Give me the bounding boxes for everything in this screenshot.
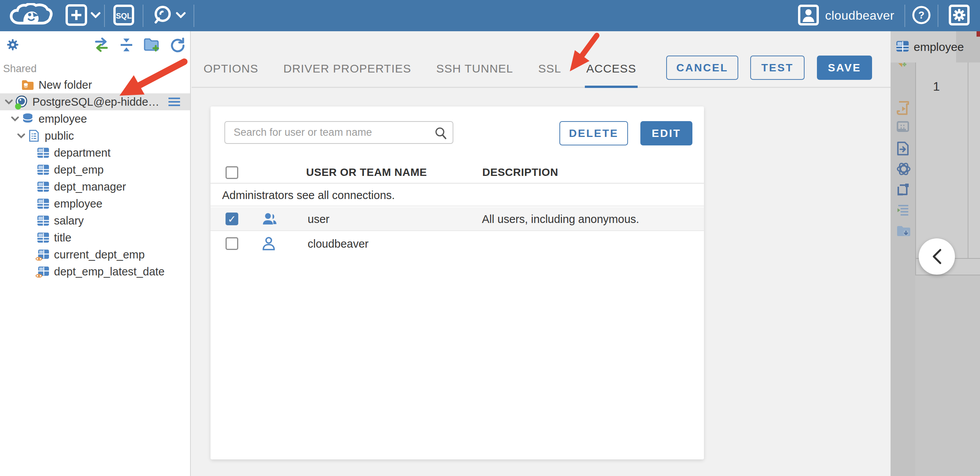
new-connection-button[interactable] bbox=[62, 0, 104, 31]
row-checkbox-checked[interactable]: ✓ bbox=[226, 213, 238, 225]
row-description: All users, including anonymous. bbox=[482, 213, 639, 226]
tree-item-table-employee[interactable]: employee bbox=[0, 195, 190, 212]
connection-editor: OPTIONS DRIVER PROPERTIES SSH TUNNEL SSL… bbox=[192, 31, 891, 476]
table-row-cloudbeaver[interactable]: cloudbeaver bbox=[210, 232, 704, 256]
tree-item-database-employee[interactable]: employee bbox=[0, 110, 190, 127]
collapse-all-button[interactable] bbox=[118, 37, 135, 54]
data-grid[interactable] bbox=[915, 62, 980, 258]
tree-item-table-department[interactable]: department bbox=[0, 144, 190, 161]
app-logo[interactable] bbox=[0, 0, 62, 31]
tree-item-table-dept-emp[interactable]: dept_emp bbox=[0, 161, 190, 178]
save-button[interactable]: SAVE bbox=[817, 56, 872, 80]
tree-item-label: public bbox=[45, 130, 74, 142]
test-button[interactable]: TEST bbox=[750, 56, 805, 80]
tree-item-label: dept_emp_latest_date bbox=[54, 265, 165, 278]
database-icon bbox=[20, 113, 35, 125]
data-editor-toolbar bbox=[891, 62, 915, 476]
tab-ssl[interactable]: SSL bbox=[538, 62, 561, 81]
user-icon bbox=[262, 236, 276, 254]
chevron-down-icon[interactable] bbox=[10, 116, 20, 122]
schema-icon bbox=[26, 129, 42, 142]
navigator-settings-button[interactable] bbox=[5, 37, 21, 54]
chevron-down-icon bbox=[176, 12, 186, 20]
help-button[interactable]: ? bbox=[905, 0, 938, 31]
new-folder-button[interactable] bbox=[143, 37, 161, 54]
tree-item-table-salary[interactable]: salary bbox=[0, 212, 190, 229]
grid-view-icon[interactable] bbox=[896, 120, 911, 135]
navigator-sidebar: Shared New folder bbox=[0, 31, 191, 476]
folder-icon bbox=[20, 79, 35, 91]
tree-item-view-current-dept-emp[interactable]: current_dept_emp bbox=[0, 246, 190, 263]
tab-access[interactable]: ACCESS bbox=[586, 62, 636, 81]
table-icon bbox=[896, 41, 909, 54]
chevron-down-icon[interactable] bbox=[16, 133, 26, 138]
tree-item-new-folder[interactable]: New folder bbox=[0, 76, 190, 93]
search-input[interactable] bbox=[224, 121, 453, 144]
annotation-red-mark bbox=[977, 31, 980, 37]
chevron-down-icon[interactable] bbox=[4, 99, 14, 105]
tree-item-table-title[interactable]: title bbox=[0, 229, 190, 246]
save-to-folder-icon[interactable] bbox=[896, 224, 911, 239]
connection-search-button[interactable] bbox=[143, 0, 194, 31]
magnifier-icon bbox=[151, 4, 173, 28]
execute-script-icon[interactable] bbox=[896, 100, 911, 119]
view-icon bbox=[35, 249, 51, 260]
collapse-panel-button[interactable] bbox=[919, 238, 955, 275]
refresh-button[interactable] bbox=[169, 37, 185, 54]
tree-item-label: title bbox=[54, 231, 71, 244]
grouping-icon[interactable] bbox=[896, 204, 911, 218]
svg-text:SQL: SQL bbox=[116, 12, 131, 20]
tree-item-label: current_dept_emp bbox=[54, 248, 145, 261]
connection-menu-icon[interactable] bbox=[168, 97, 181, 110]
gear-icon bbox=[948, 4, 970, 28]
row-checkbox-unchecked[interactable] bbox=[226, 237, 238, 250]
tree-item-label: dept_emp bbox=[54, 164, 104, 176]
add-row-icon[interactable] bbox=[896, 57, 910, 70]
sync-connections-button[interactable] bbox=[93, 37, 110, 54]
admin-info-row: Administrators see all connections. bbox=[210, 184, 704, 206]
row-number-cell: 1 bbox=[933, 79, 940, 94]
table-icon bbox=[35, 164, 51, 175]
settings-button[interactable] bbox=[938, 0, 980, 31]
table-icon bbox=[35, 181, 51, 192]
access-panel: DELETE EDIT USER OR TEAM NAME DESCRIPTIO… bbox=[210, 106, 704, 459]
row-name: cloudbeaver bbox=[308, 238, 369, 250]
cloudbeaver-app: SQL bbox=[0, 0, 980, 476]
navigator-tree: New folder PostgreSQL@ep-hi bbox=[0, 76, 190, 280]
tab-driver-properties[interactable]: DRIVER PROPERTIES bbox=[283, 62, 411, 81]
table-row-user[interactable]: ✓ user All users, including anonymous. bbox=[210, 207, 704, 231]
tree-item-table-dept-manager[interactable]: dept_manager bbox=[0, 178, 190, 195]
value-panel-icon[interactable] bbox=[896, 182, 911, 199]
sql-icon: SQL bbox=[113, 4, 135, 27]
edit-button[interactable]: EDIT bbox=[640, 121, 692, 145]
connected-status-dot bbox=[15, 103, 22, 110]
cloudbeaver-logo-icon bbox=[8, 3, 54, 29]
tree-item-label: salary bbox=[54, 214, 84, 227]
table-icon bbox=[35, 198, 51, 209]
tab-ssh-tunnel[interactable]: SSH TUNNEL bbox=[436, 62, 514, 81]
delete-button[interactable]: DELETE bbox=[559, 121, 628, 145]
sql-editor-button[interactable]: SQL bbox=[105, 0, 143, 31]
topbar-separator bbox=[194, 5, 194, 27]
ai-assistant-icon[interactable] bbox=[896, 161, 911, 178]
topbar: SQL bbox=[0, 0, 980, 31]
export-data-icon[interactable] bbox=[896, 141, 910, 158]
tree-item-label: employee bbox=[54, 197, 103, 210]
tree-item-label: PostgreSQL@ep-hidden-... bbox=[32, 96, 160, 108]
chevron-down-icon bbox=[91, 12, 101, 20]
tab-options[interactable]: OPTIONS bbox=[204, 62, 258, 81]
table-icon bbox=[35, 232, 51, 243]
row-name: user bbox=[308, 213, 329, 226]
select-all-checkbox[interactable] bbox=[226, 166, 238, 179]
plus-box-icon bbox=[65, 4, 88, 28]
access-table-header: USER OR TEAM NAME DESCRIPTION bbox=[210, 160, 704, 184]
tree-item-schema-public[interactable]: public bbox=[0, 127, 190, 144]
search-icon bbox=[434, 127, 447, 141]
cancel-button[interactable]: CANCEL bbox=[666, 56, 738, 80]
column-header-name: USER OR TEAM NAME bbox=[306, 166, 427, 179]
tree-item-postgres-connection[interactable]: PostgreSQL@ep-hidden-... bbox=[0, 93, 190, 110]
user-menu-button[interactable]: cloudbeaver bbox=[797, 0, 904, 31]
view-icon bbox=[35, 266, 51, 277]
tree-item-label: dept_manager bbox=[54, 181, 126, 193]
tree-item-view-dept-emp-latest-date[interactable]: dept_emp_latest_date bbox=[0, 263, 190, 280]
